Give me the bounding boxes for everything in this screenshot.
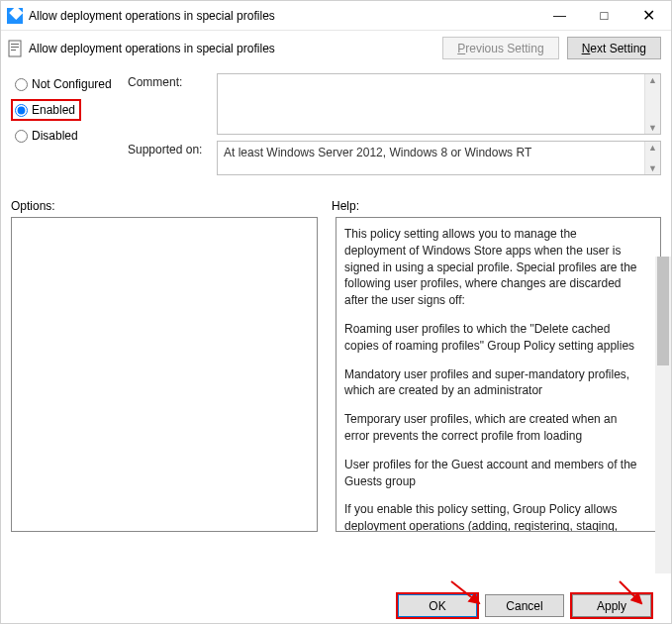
help-text: This policy setting allows you to manage… [336,218,660,531]
options-label: Options: [11,199,332,213]
help-p4: Temporary user profiles, which are creat… [344,411,640,445]
scrollbar-thumb[interactable] [657,257,669,365]
next-setting-button[interactable]: Next Setting [567,37,661,59]
title-bar: Allow deployment operations in special p… [1,1,671,31]
supported-scrollbar[interactable]: ▲ ▼ [644,142,660,174]
supported-on-label: Supported on: [128,141,217,175]
svg-rect-2 [11,47,19,48]
help-p3: Mandatory user profiles and super-mandat… [344,366,640,400]
radio-not-configured[interactable]: Not Configured [11,73,118,95]
radio-disabled-label: Disabled [32,129,78,143]
svg-rect-1 [11,44,19,45]
radio-enabled-input[interactable] [15,104,28,117]
comment-textarea[interactable]: ▲ ▼ [217,73,661,135]
help-p1: This policy setting allows you to manage… [344,226,640,309]
ok-button[interactable]: OK [398,594,477,617]
dialog-buttons: OK Cancel Apply [390,594,651,617]
policy-icon [7,39,23,58]
help-pane: This policy setting allows you to manage… [336,217,661,532]
supported-on-box: At least Windows Server 2012, Windows 8 … [217,141,661,175]
policy-subtitle: Allow deployment operations in special p… [29,42,434,55]
comment-label: Comment: [128,73,217,135]
radio-enabled-label: Enabled [32,103,75,117]
svg-rect-3 [11,50,16,51]
radio-disabled[interactable]: Disabled [11,125,84,147]
window-title: Allow deployment operations in special p… [29,9,537,23]
scroll-up-icon: ▲ [648,142,657,154]
comment-scrollbar[interactable]: ▲ ▼ [644,74,660,134]
help-p2: Roaming user profiles to which the "Dele… [344,321,640,355]
supported-on-text: At least Windows Server 2012, Windows 8 … [218,142,660,163]
radio-not-configured-input[interactable] [15,78,28,91]
help-label: Help: [332,199,661,213]
close-button[interactable]: ✕ [626,1,671,31]
help-p5: User profiles for the Guest account and … [344,457,640,490]
maximize-button[interactable]: □ [582,1,626,31]
help-p6: If you enable this policy setting, Group… [344,501,640,531]
previous-setting-button: Previous Setting [442,37,558,59]
content-scrollbar[interactable] [655,257,671,573]
policy-header: Allow deployment operations in special p… [1,31,671,69]
radio-not-configured-label: Not Configured [32,77,112,91]
options-pane [11,217,318,532]
apply-button[interactable]: Apply [572,594,651,617]
svg-rect-0 [9,41,21,56]
radio-disabled-input[interactable] [15,130,28,143]
minimize-button[interactable]: ― [537,1,582,31]
radio-enabled[interactable]: Enabled [11,99,81,121]
state-radio-group: Not Configured Enabled Disabled [11,73,122,181]
scroll-down-icon: ▼ [648,122,657,134]
scroll-up-icon: ▲ [648,74,657,86]
scroll-down-icon: ▼ [648,162,657,174]
app-icon [7,8,23,24]
cancel-button[interactable]: Cancel [485,594,564,617]
